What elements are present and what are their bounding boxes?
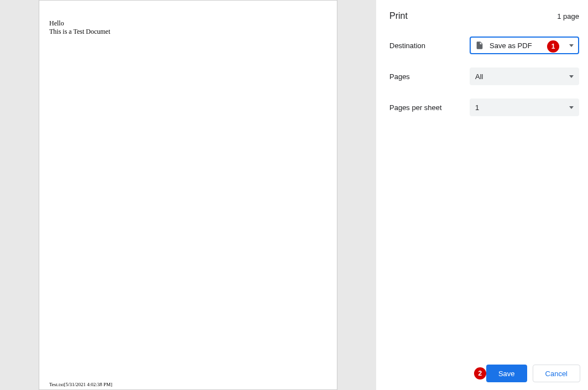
print-preview-area: Hello This is a Test Documet Test.txt[5/… (0, 0, 376, 390)
page-count: 1 page (557, 12, 579, 20)
pages-select[interactable]: All (470, 67, 579, 85)
destination-select[interactable]: Save as PDF 1 (470, 37, 579, 54)
file-icon (475, 41, 484, 50)
preview-page: Hello This is a Test Documet Test.txt[5/… (39, 0, 337, 390)
pages-per-sheet-label: Pages per sheet (389, 103, 470, 112)
pages-label: Pages (389, 72, 470, 81)
print-panel: Print 1 page Destination Save as PDF 1 P… (376, 0, 588, 390)
pages-per-sheet-select[interactable]: 1 (470, 98, 579, 116)
destination-label: Destination (389, 41, 470, 50)
field-destination: Destination Save as PDF 1 (389, 37, 579, 54)
field-pages: Pages All (389, 67, 579, 85)
pages-per-sheet-control: 1 (470, 98, 579, 116)
destination-control: Save as PDF 1 (470, 37, 579, 54)
chevron-down-icon (569, 106, 574, 109)
panel-header: Print 1 page (389, 11, 579, 21)
panel-title: Print (389, 11, 408, 21)
pages-control: All (470, 67, 579, 85)
field-pages-per-sheet: Pages per sheet 1 (389, 98, 579, 116)
cancel-button[interactable]: Cancel (533, 365, 580, 382)
chevron-down-icon (569, 44, 574, 47)
annotation-badge-2: 2 (474, 367, 486, 379)
preview-line: This is a Test Documet (49, 28, 327, 36)
save-button[interactable]: Save (486, 365, 527, 382)
footer-buttons: 2 Save Cancel (474, 365, 580, 382)
chevron-down-icon (569, 75, 574, 78)
pages-value: All (475, 72, 569, 81)
pages-per-sheet-value: 1 (475, 103, 569, 112)
annotation-badge-1: 1 (547, 40, 559, 53)
preview-line: Hello (49, 19, 327, 28)
page-footer: Test.txt[5/31/2021 4:02:38 PM] (49, 382, 112, 387)
page-content: Hello This is a Test Documet (39, 1, 337, 36)
